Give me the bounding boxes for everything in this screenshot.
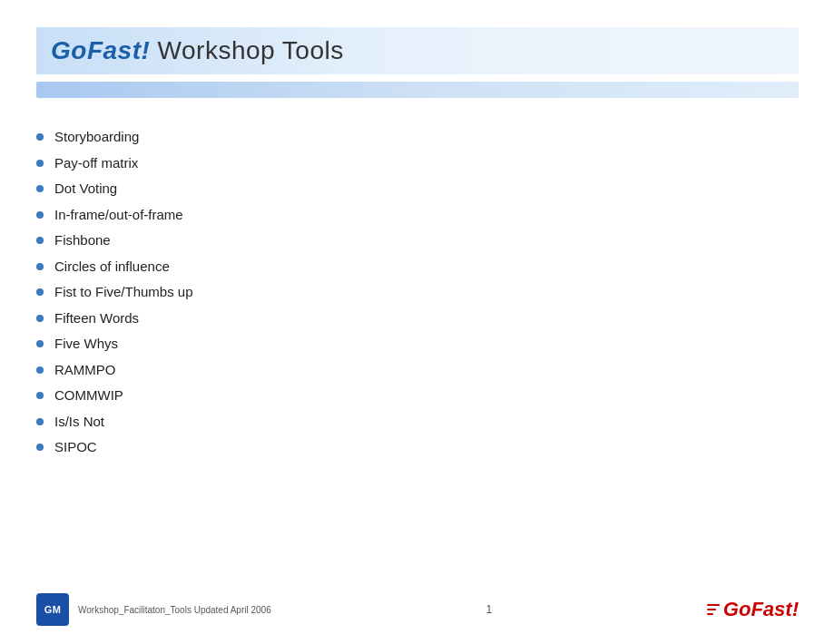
list-item: In-frame/out-of-frame — [36, 205, 799, 226]
speed-line-3 — [707, 613, 713, 615]
bullet-dot-icon — [36, 366, 44, 374]
footer-left: GM Workshop_Facilitaton_Tools Updated Ap… — [36, 593, 271, 626]
list-item: Is/Is Not — [36, 412, 799, 433]
bullet-dot-icon — [36, 315, 44, 322]
list-item-text: COMMWIP — [54, 385, 123, 406]
list-item-text: Dot Voting — [54, 179, 117, 200]
list-item: Fishbone — [36, 230, 799, 251]
list-item: COMMWIP — [36, 385, 799, 406]
list-item: Storyboarding — [36, 127, 799, 148]
list-item-text: Five Whys — [54, 334, 118, 355]
bullet-dot-icon — [36, 418, 44, 425]
title-italic: GoFast! — [51, 36, 150, 64]
page-container: GoFast! Workshop Tools StoryboardingPay-… — [0, 0, 835, 644]
page-title: GoFast! Workshop Tools — [51, 36, 344, 64]
bullet-dot-icon — [36, 340, 44, 347]
list-item-text: Pay-off matrix — [54, 153, 138, 174]
list-item-text: Circles of influence — [54, 257, 170, 278]
bullet-list: StoryboardingPay-off matrixDot VotingIn-… — [36, 127, 799, 458]
bullet-dot-icon — [36, 263, 44, 270]
list-item-text: Storyboarding — [54, 127, 139, 148]
title-normal: Workshop Tools — [150, 36, 343, 64]
list-item: SIPOC — [36, 437, 799, 458]
gm-logo: GM — [36, 593, 69, 626]
list-item-text: In-frame/out-of-frame — [54, 205, 183, 226]
list-item-text: Fifteen Words — [54, 308, 139, 329]
list-item: Pay-off matrix — [36, 153, 799, 174]
speed-line-2 — [707, 609, 716, 610]
list-item: Dot Voting — [36, 179, 799, 200]
footer-text: Workshop_Facilitaton_Tools Updated April… — [78, 605, 271, 615]
list-item-text: SIPOC — [54, 437, 97, 458]
footer-right: GoFast! — [707, 598, 799, 621]
list-item-text: Is/Is Not — [54, 412, 104, 433]
list-item: Five Whys — [36, 334, 799, 355]
speed-lines-icon — [707, 604, 720, 615]
bullet-dot-icon — [36, 288, 44, 296]
list-item-text: Fishbone — [54, 230, 111, 251]
list-item: Fifteen Words — [36, 308, 799, 329]
list-item: Fist to Five/Thumbs up — [36, 282, 799, 303]
bullet-dot-icon — [36, 133, 44, 141]
bullet-dot-icon — [36, 392, 44, 399]
list-item-text: RAMMPO — [54, 360, 116, 381]
content-area: StoryboardingPay-off matrixDot VotingIn-… — [36, 127, 799, 463]
gofast-logo: GoFast! — [723, 598, 799, 621]
gm-label: GM — [44, 604, 62, 615]
footer-page-number: 1 — [486, 603, 492, 616]
bullet-dot-icon — [36, 211, 44, 219]
bullet-dot-icon — [36, 237, 44, 244]
list-item: Circles of influence — [36, 257, 799, 278]
speed-line-1 — [707, 604, 720, 606]
subtitle-bar — [36, 82, 799, 98]
title-bar: GoFast! Workshop Tools — [36, 27, 799, 74]
bullet-dot-icon — [36, 185, 44, 192]
list-item: RAMMPO — [36, 360, 799, 381]
bullet-dot-icon — [36, 160, 44, 167]
header-section: GoFast! Workshop Tools — [36, 27, 799, 98]
footer: GM Workshop_Facilitaton_Tools Updated Ap… — [36, 593, 799, 626]
list-item-text: Fist to Five/Thumbs up — [54, 282, 193, 303]
bullet-dot-icon — [36, 444, 44, 451]
